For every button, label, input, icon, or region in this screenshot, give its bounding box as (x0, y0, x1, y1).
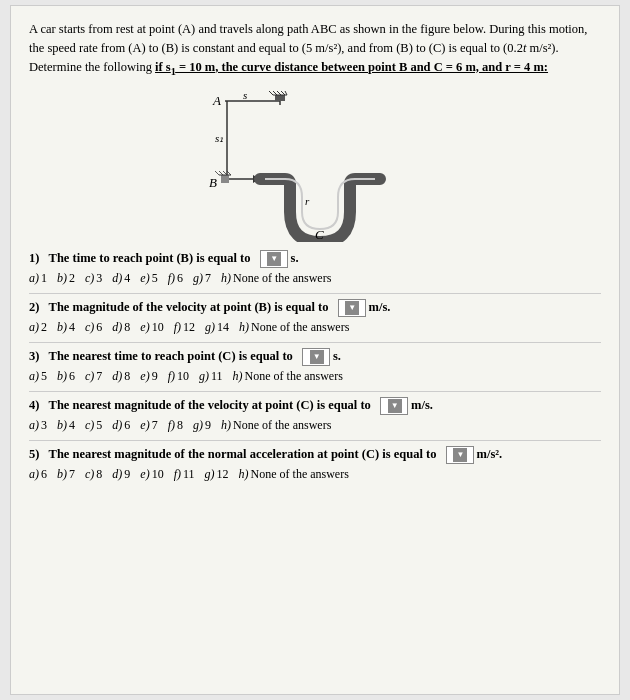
q2-number: 2) (29, 300, 39, 315)
figure-diagram: A s s₁ B r (205, 87, 425, 242)
q5-answer-e: e) 10 (140, 467, 163, 482)
svg-rect-10 (275, 95, 285, 101)
question-2: 2) The magnitude of the velocity at poin… (29, 299, 601, 335)
q2-answer-b: b) 4 (57, 320, 75, 335)
q3-text: The nearest time to reach point (C) is e… (49, 349, 293, 364)
q5-answers: a) 6 b) 7 c) 8 d) 9 e) 10 f) 11 g) 12 h)… (29, 467, 601, 482)
q2-answer-d: d) 8 (112, 320, 130, 335)
q4-answer-d: d) 6 (112, 418, 130, 433)
q3-answer-f: f) 10 (168, 369, 189, 384)
q3-dropdown[interactable]: ▼ (302, 348, 330, 366)
q1-dropdown[interactable]: ▼ (260, 250, 288, 268)
svg-text:A: A (212, 93, 221, 108)
svg-line-15 (281, 91, 285, 95)
q5-answer-g: g) 12 (205, 467, 229, 482)
q1-dropdown-arrow: ▼ (267, 252, 281, 266)
question-1: 1) The time to reach point (B) is equal … (29, 250, 601, 286)
q2-dropdown-arrow: ▼ (345, 301, 359, 315)
q4-answer-e: e) 7 (140, 418, 157, 433)
q3-answer-b: b) 6 (57, 369, 75, 384)
q2-answer-e: e) 10 (140, 320, 163, 335)
q3-answer-d: d) 8 (112, 369, 130, 384)
q5-answer-d: d) 9 (112, 467, 130, 482)
q4-answer-f: f) 8 (168, 418, 183, 433)
q4-number: 4) (29, 398, 39, 413)
q2-answer-h: h) None of the answers (239, 320, 349, 335)
q2-answer-g: g) 14 (205, 320, 229, 335)
q1-answer-b: b) 2 (57, 271, 75, 286)
q3-answer-c: c) 7 (85, 369, 102, 384)
q4-text: The nearest magnitude of the velocity at… (49, 398, 371, 413)
svg-line-16 (285, 91, 287, 95)
svg-line-20 (219, 171, 223, 175)
q4-dropdown-arrow: ▼ (388, 399, 402, 413)
q4-answer-h: h) None of the answers (221, 418, 331, 433)
svg-rect-17 (221, 175, 229, 183)
q1-answer-g: g) 7 (193, 271, 211, 286)
q1-answer-e: e) 5 (140, 271, 157, 286)
q5-number: 5) (29, 447, 39, 462)
q5-dropdown[interactable]: ▼ (446, 446, 474, 464)
q3-answer-g: g) 11 (199, 369, 223, 384)
q3-unit: s. (333, 349, 341, 364)
q4-answer-g: g) 9 (193, 418, 211, 433)
q1-answer-h: h) None of the answers (221, 271, 331, 286)
q4-dropdown[interactable]: ▼ (380, 397, 408, 415)
q5-answer-a: a) 6 (29, 467, 47, 482)
question-2-line: 2) The magnitude of the velocity at poin… (29, 299, 601, 317)
problem-text: A car starts from rest at point (A) and … (29, 20, 601, 79)
svg-text:s: s (243, 89, 247, 101)
q5-text: The nearest magnitude of the normal acce… (49, 447, 437, 462)
svg-line-13 (273, 91, 277, 95)
q1-answer-d: d) 4 (112, 271, 130, 286)
q1-answer-f: f) 6 (168, 271, 183, 286)
questions-container: 1) The time to reach point (B) is equal … (29, 250, 601, 482)
q1-number: 1) (29, 251, 39, 266)
svg-line-12 (269, 91, 273, 95)
q3-dropdown-arrow: ▼ (310, 350, 324, 364)
q4-answer-a: a) 3 (29, 418, 47, 433)
q2-answers: a) 2 b) 4 c) 6 d) 8 e) 10 f) 12 g) 14 h)… (29, 320, 601, 335)
q5-answer-b: b) 7 (57, 467, 75, 482)
q5-answer-f: f) 11 (174, 467, 195, 482)
q2-text: The magnitude of the velocity at point (… (49, 300, 329, 315)
svg-text:B: B (209, 175, 217, 190)
q2-answer-c: c) 6 (85, 320, 102, 335)
page: A car starts from rest at point (A) and … (10, 5, 620, 695)
svg-line-14 (277, 91, 281, 95)
q2-unit: m/s. (369, 300, 391, 315)
q5-unit: m/s². (477, 447, 503, 462)
q2-answer-f: f) 12 (174, 320, 195, 335)
question-3-line: 3) The nearest time to reach point (C) i… (29, 348, 601, 366)
q4-answer-b: b) 4 (57, 418, 75, 433)
q3-answer-h: h) None of the answers (233, 369, 343, 384)
q3-answer-e: e) 9 (140, 369, 157, 384)
q5-answer-c: c) 8 (85, 467, 102, 482)
q1-answer-c: c) 3 (85, 271, 102, 286)
q4-unit: m/s. (411, 398, 433, 413)
q2-dropdown[interactable]: ▼ (338, 299, 366, 317)
question-3: 3) The nearest time to reach point (C) i… (29, 348, 601, 384)
svg-text:C: C (315, 227, 324, 242)
q5-answer-h: h) None of the answers (239, 467, 349, 482)
q1-answers: a) 1 b) 2 c) 3 d) 4 e) 5 f) 6 g) 7 h) No… (29, 271, 601, 286)
q3-number: 3) (29, 349, 39, 364)
q1-text: The time to reach point (B) is equal to (49, 251, 251, 266)
question-1-line: 1) The time to reach point (B) is equal … (29, 250, 601, 268)
q3-answers: a) 5 b) 6 c) 7 d) 8 e) 9 f) 10 g) 11 h) … (29, 369, 601, 384)
question-5-line: 5) The nearest magnitude of the normal a… (29, 446, 601, 464)
q3-answer-a: a) 5 (29, 369, 47, 384)
q1-unit: s. (291, 251, 299, 266)
q4-answers: a) 3 b) 4 c) 5 d) 6 e) 7 f) 8 g) 9 h) No… (29, 418, 601, 433)
svg-text:r: r (305, 195, 310, 207)
q4-answer-c: c) 5 (85, 418, 102, 433)
svg-text:s₁: s₁ (215, 132, 223, 144)
q1-answer-a: a) 1 (29, 271, 47, 286)
q2-answer-a: a) 2 (29, 320, 47, 335)
question-5: 5) The nearest magnitude of the normal a… (29, 446, 601, 482)
q5-dropdown-arrow: ▼ (453, 448, 467, 462)
figure-area: A s s₁ B r (29, 87, 601, 242)
question-4-line: 4) The nearest magnitude of the velocity… (29, 397, 601, 415)
question-4: 4) The nearest magnitude of the velocity… (29, 397, 601, 433)
